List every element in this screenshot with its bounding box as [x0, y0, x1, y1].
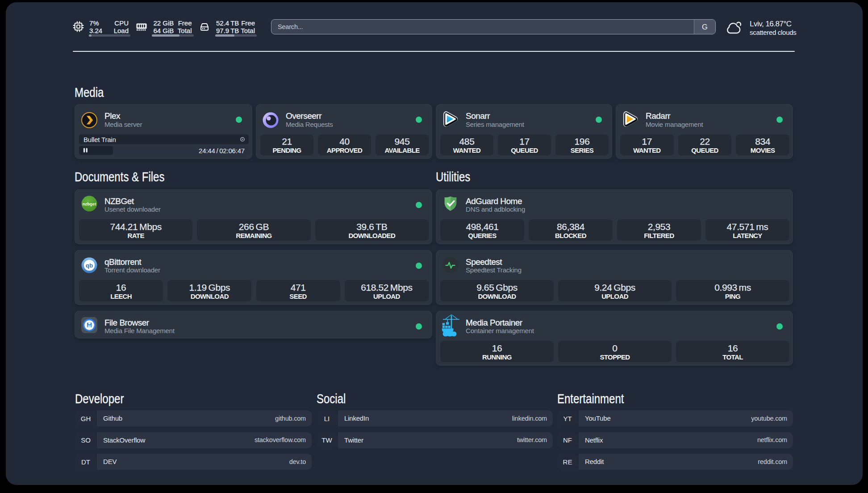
svg-text:qb: qb: [86, 262, 93, 269]
svg-text:nzbget: nzbget: [83, 201, 96, 206]
